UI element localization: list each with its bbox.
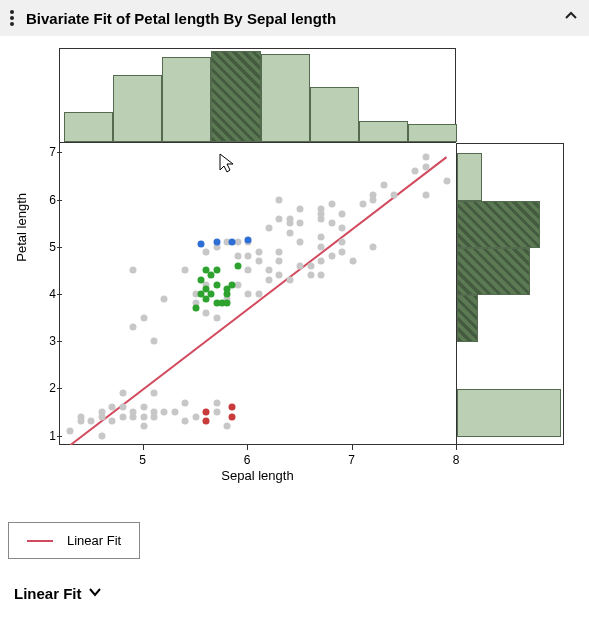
data-point[interactable] [182, 418, 189, 425]
data-point[interactable] [286, 229, 293, 236]
data-point[interactable] [370, 243, 377, 250]
data-point[interactable] [203, 408, 210, 415]
data-point[interactable] [161, 295, 168, 302]
data-point[interactable] [140, 314, 147, 321]
data-point[interactable] [213, 239, 220, 246]
hist-bar[interactable] [457, 295, 478, 342]
hist-bar[interactable] [457, 153, 482, 200]
hist-bar[interactable] [310, 87, 359, 142]
data-point[interactable] [318, 272, 325, 279]
data-point[interactable] [234, 253, 241, 260]
data-point[interactable] [208, 291, 215, 298]
data-point[interactable] [265, 224, 272, 231]
data-point[interactable] [198, 241, 205, 248]
data-point[interactable] [359, 201, 366, 208]
data-point[interactable] [412, 168, 419, 175]
data-point[interactable] [245, 236, 252, 243]
data-point[interactable] [161, 408, 168, 415]
hist-bar[interactable] [64, 112, 113, 142]
data-point[interactable] [151, 390, 158, 397]
data-point[interactable] [265, 276, 272, 283]
data-point[interactable] [339, 224, 346, 231]
data-point[interactable] [245, 267, 252, 274]
data-point[interactable] [422, 191, 429, 198]
data-point[interactable] [276, 257, 283, 264]
hist-bar[interactable] [261, 54, 310, 142]
data-point[interactable] [276, 215, 283, 222]
data-point[interactable] [140, 404, 147, 411]
data-point[interactable] [213, 408, 220, 415]
top-histogram[interactable] [59, 48, 456, 143]
hist-bar[interactable] [457, 248, 530, 295]
data-point[interactable] [109, 418, 116, 425]
data-point[interactable] [318, 206, 325, 213]
data-point[interactable] [130, 267, 137, 274]
data-point[interactable] [140, 413, 147, 420]
data-point[interactable] [318, 234, 325, 241]
chevron-up-icon[interactable] [563, 8, 579, 28]
data-point[interactable] [328, 220, 335, 227]
data-point[interactable] [130, 324, 137, 331]
data-point[interactable] [229, 413, 236, 420]
hist-bar[interactable] [211, 51, 260, 142]
data-point[interactable] [119, 413, 126, 420]
data-point[interactable] [422, 163, 429, 170]
data-point[interactable] [339, 210, 346, 217]
data-point[interactable] [140, 423, 147, 430]
hist-bar[interactable] [408, 124, 457, 142]
data-point[interactable] [255, 257, 262, 264]
data-point[interactable] [208, 272, 215, 279]
data-point[interactable] [286, 215, 293, 222]
data-point[interactable] [318, 243, 325, 250]
hist-bar[interactable] [457, 201, 540, 248]
data-point[interactable] [119, 390, 126, 397]
hist-bar[interactable] [162, 57, 211, 142]
data-point[interactable] [182, 399, 189, 406]
data-point[interactable] [198, 291, 205, 298]
data-point[interactable] [370, 191, 377, 198]
data-point[interactable] [77, 418, 84, 425]
data-point[interactable] [98, 432, 105, 439]
data-point[interactable] [286, 276, 293, 283]
data-point[interactable] [443, 177, 450, 184]
data-point[interactable] [276, 272, 283, 279]
data-point[interactable] [224, 423, 231, 430]
data-point[interactable] [265, 267, 272, 274]
data-point[interactable] [307, 262, 314, 269]
data-point[interactable] [88, 418, 95, 425]
data-point[interactable] [380, 182, 387, 189]
data-point[interactable] [234, 262, 241, 269]
data-point[interactable] [349, 257, 356, 264]
data-point[interactable] [224, 300, 231, 307]
data-point[interactable] [229, 239, 236, 246]
data-point[interactable] [318, 257, 325, 264]
scatter-plot[interactable] [59, 143, 456, 445]
right-histogram[interactable] [456, 143, 564, 445]
data-point[interactable] [109, 404, 116, 411]
data-point[interactable] [213, 281, 220, 288]
data-point[interactable] [339, 239, 346, 246]
data-point[interactable] [98, 413, 105, 420]
data-point[interactable] [297, 206, 304, 213]
data-point[interactable] [119, 404, 126, 411]
data-point[interactable] [151, 338, 158, 345]
data-point[interactable] [255, 291, 262, 298]
data-point[interactable] [203, 248, 210, 255]
data-point[interactable] [229, 404, 236, 411]
data-point[interactable] [276, 196, 283, 203]
data-point[interactable] [192, 305, 199, 312]
data-point[interactable] [255, 248, 262, 255]
data-point[interactable] [151, 408, 158, 415]
data-point[interactable] [245, 253, 252, 260]
data-point[interactable] [297, 220, 304, 227]
data-point[interactable] [328, 201, 335, 208]
more-icon[interactable] [10, 10, 14, 26]
data-point[interactable] [297, 262, 304, 269]
data-point[interactable] [339, 248, 346, 255]
hist-bar[interactable] [457, 389, 561, 436]
data-point[interactable] [192, 413, 199, 420]
data-point[interactable] [276, 248, 283, 255]
hist-bar[interactable] [113, 75, 162, 142]
data-point[interactable] [328, 253, 335, 260]
linear-fit-dropdown[interactable]: Linear Fit [14, 585, 102, 602]
